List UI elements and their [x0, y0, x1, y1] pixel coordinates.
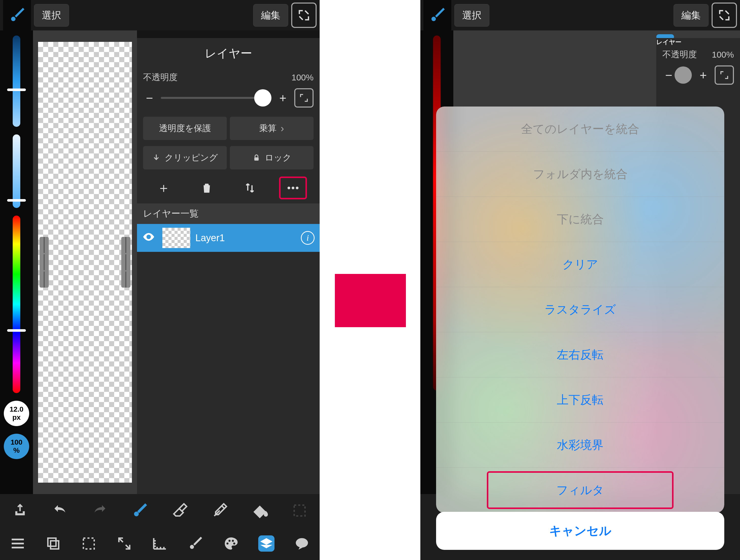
chevron-right-icon: › — [281, 123, 284, 134]
drag-handle-left[interactable] — [39, 237, 49, 288]
lock-label: ロック — [265, 152, 291, 164]
clipping-button[interactable]: クリッピング — [143, 146, 227, 169]
opacity-badge[interactable]: 100 % — [4, 434, 29, 459]
svg-point-14 — [233, 543, 235, 545]
select-button[interactable]: 選択 — [34, 4, 69, 27]
action-merge-all: 全てのレイヤーを統合 — [436, 106, 724, 152]
opacity-label: 不透明度 — [143, 72, 178, 83]
svg-rect-8 — [51, 541, 59, 549]
ruler-icon[interactable] — [142, 527, 178, 560]
redo-icon[interactable] — [82, 494, 118, 527]
copy-icon[interactable] — [35, 527, 71, 560]
svg-rect-6 — [294, 505, 305, 516]
action-watercolor-edge[interactable]: 水彩境界 — [436, 423, 724, 468]
opacity-unit: % — [13, 446, 20, 455]
action-clear[interactable]: クリア — [436, 242, 724, 287]
drag-handle-right[interactable] — [121, 237, 130, 288]
delete-layer-button[interactable] — [193, 177, 221, 199]
expand-button[interactable] — [294, 88, 313, 107]
layer-name: Layer1 — [195, 232, 225, 244]
select-button[interactable]: 選択 — [454, 4, 489, 27]
clipping-icon — [152, 154, 161, 162]
lock-button[interactable]: ロック — [230, 146, 313, 169]
eyedropper-icon[interactable] — [202, 494, 238, 527]
action-rasterize[interactable]: ラスタライズ — [436, 287, 724, 332]
palette-icon[interactable] — [213, 527, 249, 560]
size-value: 12.0 — [10, 405, 24, 413]
reorder-layer-button[interactable] — [236, 177, 264, 199]
brush-indicator[interactable] — [3, 0, 31, 30]
svg-point-10 — [190, 545, 194, 549]
svg-point-17 — [432, 17, 436, 21]
canvas[interactable] — [38, 42, 132, 483]
opacity-plus[interactable]: + — [697, 68, 710, 82]
opacity-value: 100 — [11, 438, 22, 446]
brush-tool-icon[interactable] — [122, 494, 158, 527]
menu-icon[interactable] — [0, 527, 35, 560]
layer-tool-row: ＋ — [137, 173, 319, 203]
topbar: 選択 編集 — [421, 0, 740, 30]
layer-item[interactable]: Layer1 i — [137, 224, 319, 252]
size-badge[interactable]: 12.0 px — [4, 401, 29, 426]
opacity-slider[interactable] — [161, 97, 271, 99]
action-merge-down: 下に統合 — [436, 197, 724, 242]
fullscreen-button[interactable] — [291, 3, 316, 28]
svg-rect-7 — [48, 538, 56, 546]
brush-opacity-slider[interactable] — [13, 134, 20, 208]
fullscreen-button[interactable] — [712, 3, 737, 28]
action-flip-vertical[interactable]: 上下反転 — [436, 377, 724, 423]
edit-button[interactable]: 編集 — [253, 4, 288, 27]
eraser-tool-icon[interactable] — [162, 494, 198, 527]
opacity-plus[interactable]: + — [277, 91, 289, 105]
opacity-slider[interactable] — [680, 74, 692, 76]
size-unit: px — [12, 413, 21, 422]
action-sheet: 全てのレイヤーを統合 フォルダ内を統合 下に統合 クリア ラスタライズ 左右反転… — [436, 106, 724, 513]
protect-alpha-button[interactable]: 透明度を保護 — [143, 117, 227, 140]
svg-rect-1 — [254, 158, 259, 161]
svg-point-12 — [228, 540, 230, 542]
action-cancel[interactable]: キャンセル — [436, 512, 724, 550]
brush-settings-icon[interactable] — [178, 527, 213, 560]
clipping-label: クリッピング — [165, 152, 218, 164]
action-merge-folder: フォルダ内を統合 — [436, 152, 724, 197]
add-layer-button[interactable]: ＋ — [150, 177, 178, 199]
svg-point-13 — [232, 540, 234, 542]
expand-button[interactable] — [715, 66, 734, 85]
toolbar-upper — [0, 494, 319, 527]
selection-icon[interactable] — [282, 494, 317, 527]
undo-icon[interactable] — [42, 494, 78, 527]
layers-panel: レイヤー 不透明度 100% − + 透明度を保護 乗算 › — [137, 38, 319, 494]
svg-rect-9 — [83, 538, 94, 549]
blend-mode-button[interactable]: 乗算 › — [230, 117, 313, 140]
layer-list-header: レイヤー一覧 — [137, 203, 319, 224]
ellipsis-icon — [286, 181, 300, 195]
arrow-indicator — [335, 274, 406, 327]
share-icon[interactable] — [2, 494, 38, 527]
opacity-minus[interactable]: − — [143, 91, 156, 105]
svg-point-0 — [11, 17, 15, 21]
action-filter[interactable]: フィルタ — [436, 468, 724, 513]
layer-info-button[interactable]: i — [301, 231, 314, 245]
transform-icon[interactable] — [106, 527, 142, 560]
svg-point-11 — [226, 543, 228, 545]
brush-indicator[interactable] — [424, 0, 451, 30]
bucket-icon[interactable] — [242, 494, 278, 527]
left-rail: 12.0 px 100 % — [0, 30, 33, 494]
chat-icon[interactable] — [284, 527, 319, 560]
more-options-button[interactable] — [279, 177, 307, 199]
hue-slider[interactable] — [13, 215, 20, 393]
svg-point-16 — [296, 538, 308, 548]
action-flip-horizontal[interactable]: 左右反転 — [436, 332, 724, 377]
opacity-readout: 100% — [291, 73, 313, 82]
svg-point-2 — [287, 187, 290, 189]
brush-size-slider[interactable] — [13, 35, 20, 127]
crop-icon[interactable] — [71, 527, 106, 560]
opacity-minus[interactable]: − — [662, 68, 675, 82]
layers-icon[interactable] — [249, 527, 284, 560]
opacity-label: 不透明度 — [662, 49, 697, 60]
edit-button[interactable]: 編集 — [673, 4, 709, 27]
screenshot-left: 選択 編集 12.0 px 100 % レイヤー 不透明度 100% — [0, 0, 319, 560]
screenshot-right: 選択 編集 レイヤー 不透明度 100% − + — [421, 0, 740, 560]
svg-point-5 — [134, 512, 138, 516]
visibility-icon[interactable] — [142, 230, 157, 246]
